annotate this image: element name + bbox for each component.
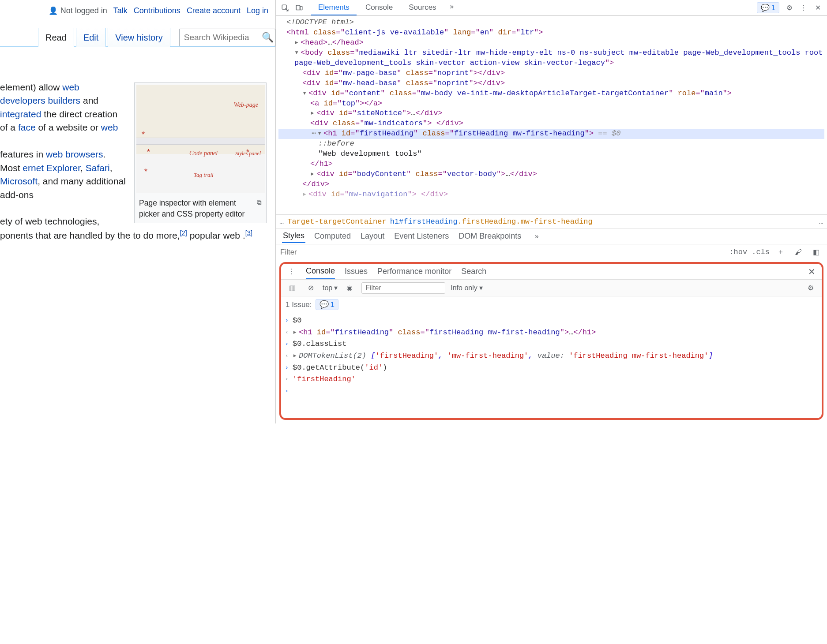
not-logged-label: Not logged in bbox=[60, 6, 107, 15]
link-builders[interactable]: builders bbox=[48, 95, 81, 105]
tab-console[interactable]: Console bbox=[358, 0, 400, 15]
dom-row[interactable]: ::before bbox=[278, 139, 824, 149]
more-tabs-icon[interactable]: » bbox=[445, 0, 459, 13]
drawer-tab-search[interactable]: Search bbox=[461, 264, 486, 279]
dom-row[interactable]: <html class="client-js ve-available" lan… bbox=[278, 28, 824, 38]
crumb-ellipsis[interactable]: … bbox=[819, 217, 823, 226]
new-rule-icon[interactable]: ＋ bbox=[774, 246, 787, 259]
console-prompt[interactable]: › bbox=[284, 386, 819, 397]
devtools-tabs: Elements Console Sources » bbox=[311, 0, 459, 15]
cls-toggle[interactable]: .cls bbox=[752, 248, 770, 256]
console-issue-banner[interactable]: 1 Issue: 💬 1 bbox=[281, 296, 822, 313]
devtools-right-icons: ⚙ ⋮ ✕ bbox=[783, 1, 824, 15]
login-link[interactable]: Log in bbox=[247, 6, 268, 15]
computed-style-icon[interactable]: 🖌 bbox=[792, 246, 805, 259]
talk-link[interactable]: Talk bbox=[113, 6, 128, 15]
dom-row[interactable]: "Web development tools" bbox=[278, 149, 824, 159]
console-settings-icon[interactable]: ⚙ bbox=[804, 281, 817, 295]
thumbnail-image[interactable]: Web-page Code panel Styles panel Tag tra… bbox=[136, 85, 265, 193]
dom-row[interactable]: </div> bbox=[278, 180, 824, 190]
drawer-tab-issues[interactable]: Issues bbox=[345, 264, 368, 279]
subtab-computed[interactable]: Computed bbox=[313, 230, 352, 243]
not-logged-in: 👤 Not logged in bbox=[49, 6, 107, 15]
issues-chip[interactable]: 💬 1 bbox=[757, 2, 779, 13]
article-rule bbox=[0, 69, 267, 69]
link-ie[interactable]: ernet Explorer bbox=[23, 163, 80, 173]
log-level-select[interactable]: Info only▾ bbox=[451, 284, 482, 292]
gear-icon[interactable]: ⚙ bbox=[783, 1, 796, 15]
tab-sources[interactable]: Sources bbox=[402, 0, 443, 15]
device-toggle-icon[interactable] bbox=[293, 1, 306, 15]
dom-breadcrumb[interactable]: … Target-targetContainer h1#firstHeading… bbox=[276, 214, 827, 228]
styles-subtabs: Styles Computed Layout Event Listeners D… bbox=[276, 228, 827, 244]
close-devtools-icon[interactable]: ✕ bbox=[811, 1, 824, 15]
dom-row[interactable]: ▸<div id="siteNotice">…</div> bbox=[278, 109, 824, 119]
console-output[interactable]: › $0 ‹ ▸<h1 id="firstHeading" class="fir… bbox=[281, 313, 822, 418]
tab-edit[interactable]: Edit bbox=[76, 28, 106, 47]
search-input[interactable] bbox=[184, 33, 263, 42]
context-select[interactable]: top▾ bbox=[323, 284, 338, 292]
dom-row[interactable]: <a id="top"></a> bbox=[278, 99, 824, 109]
issue-banner-count: 1 bbox=[331, 300, 335, 309]
drawer-tab-perf[interactable]: Performance monitor bbox=[377, 264, 451, 279]
link-safari[interactable]: Safari bbox=[86, 163, 110, 173]
crumb-item[interactable]: Target-targetContainer bbox=[287, 217, 386, 226]
dom-row[interactable]: ▸<head>…</head> bbox=[278, 38, 824, 48]
subtab-event-listeners[interactable]: Event Listeners bbox=[393, 230, 450, 243]
console-output-line: ‹ ▸<h1 id="firstHeading" class="firstHea… bbox=[284, 327, 819, 339]
drawer-kebab-icon[interactable]: ⋮ bbox=[287, 265, 296, 278]
dom-row[interactable]: <div id="mw-page-base" class="noprint"><… bbox=[278, 68, 824, 79]
subtab-dom-breakpoints[interactable]: DOM Breakpoints bbox=[458, 230, 522, 243]
console-filter-input[interactable] bbox=[361, 282, 445, 294]
dom-row[interactable]: <div class="mw-indicators"> </div> bbox=[278, 119, 824, 129]
dom-row[interactable]: ▸<div id="bodyContent" class="vector-bod… bbox=[278, 169, 824, 180]
dom-row[interactable]: ▸<div id="mw-navigation"> </div> bbox=[278, 190, 824, 200]
clear-console-icon[interactable]: ⊘ bbox=[304, 281, 317, 295]
link-web-browsers[interactable]: web browsers bbox=[46, 149, 103, 159]
enlarge-icon[interactable]: ⧉ bbox=[257, 198, 262, 220]
link-face[interactable]: face bbox=[18, 122, 36, 132]
thumb-ann-code: Code panel bbox=[189, 149, 218, 158]
dom-row[interactable]: ▾<div id="content" class="mw-body ve-ini… bbox=[278, 89, 824, 99]
inspect-icon[interactable] bbox=[278, 1, 292, 15]
more-subtabs-icon[interactable]: » bbox=[530, 230, 543, 243]
tab-elements[interactable]: Elements bbox=[311, 0, 357, 15]
toggle-sidebar-icon[interactable]: ◧ bbox=[809, 246, 823, 259]
dom-row[interactable]: <div id="mw-head-base" class="noprint"><… bbox=[278, 79, 824, 89]
contributions-link[interactable]: Contributions bbox=[134, 6, 180, 15]
kebab-icon[interactable]: ⋮ bbox=[797, 1, 810, 15]
thumb-caption-text: Page inspector with element picker and C… bbox=[139, 198, 253, 220]
svg-rect-1 bbox=[296, 5, 300, 10]
link-integrated[interactable]: integrated bbox=[0, 109, 41, 119]
console-input-line: › $0 bbox=[284, 315, 819, 327]
dom-row[interactable]: ▾<body class="mediawiki ltr sitedir-ltr … bbox=[278, 48, 824, 68]
styles-filter-input[interactable] bbox=[280, 248, 725, 257]
issue-banner-chip[interactable]: 💬 1 bbox=[316, 299, 338, 310]
sidebar-toggle-icon[interactable]: ▥ bbox=[286, 281, 299, 295]
issues-chip-count: 1 bbox=[771, 4, 775, 12]
tab-read[interactable]: Read bbox=[38, 28, 74, 47]
console-drawer: ⋮ Console Issues Performance monitor Sea… bbox=[279, 262, 823, 420]
dom-row-selected[interactable]: ⋯▾<h1 id="firstHeading" class="firstHead… bbox=[278, 129, 824, 139]
tab-view-history[interactable]: View history bbox=[108, 28, 170, 47]
link-web[interactable]: web bbox=[101, 122, 118, 132]
live-expr-icon[interactable]: ◉ bbox=[343, 281, 356, 295]
ref-3[interactable]: [3] bbox=[245, 229, 252, 236]
link-microsoft[interactable]: Microsoft bbox=[0, 176, 38, 186]
crumb-item-selected[interactable]: h1#firstHeading.firstHeading.mw-first-he… bbox=[390, 217, 593, 226]
ref-2[interactable]: [2] bbox=[180, 229, 187, 236]
dom-row[interactable]: </h1> bbox=[278, 159, 824, 169]
chat-icon: 💬 bbox=[761, 4, 770, 12]
create-account-link[interactable]: Create account bbox=[187, 6, 241, 15]
drawer-tab-console[interactable]: Console bbox=[306, 264, 335, 279]
hov-toggle[interactable]: :hov bbox=[729, 248, 747, 256]
subtab-styles[interactable]: Styles bbox=[282, 229, 305, 243]
dom-row[interactable]: <!DOCTYPE html> bbox=[278, 18, 824, 28]
console-input-line: › $0.getAttribute('id') bbox=[284, 362, 819, 374]
issue-banner-label: 1 Issue: bbox=[286, 300, 312, 309]
dom-tree[interactable]: <!DOCTYPE html> <html class="client-js v… bbox=[276, 16, 827, 214]
crumb-ellipsis[interactable]: … bbox=[279, 217, 284, 226]
subtab-layout[interactable]: Layout bbox=[360, 230, 385, 243]
drawer-close-icon[interactable]: ✕ bbox=[808, 266, 816, 277]
search-icon[interactable]: 🔍 bbox=[263, 33, 272, 42]
